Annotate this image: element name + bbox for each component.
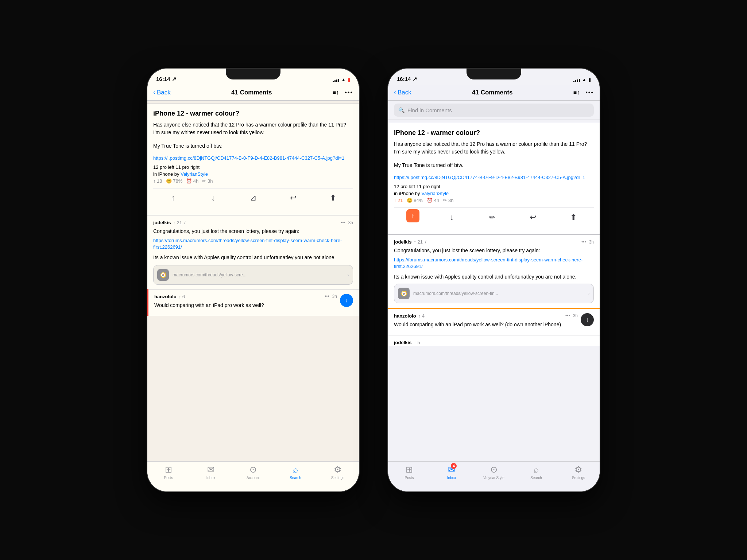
right-phone-screen: 16:14 ↗ ▲ ▮ bbox=[388, 69, 600, 491]
post-image-link[interactable]: https://i.postimg.cc/8DjNTGQj/CD41774-B-… bbox=[153, 155, 353, 162]
nav-bar-inner: ‹ Back 41 Comments ≡↑ ••• bbox=[153, 89, 353, 96]
comment-time: 3h bbox=[348, 220, 353, 225]
right-post-image-link[interactable]: https://i.postimg.cc/8DjNTGQj/CD41774-B-… bbox=[394, 174, 594, 181]
right-inbox-badge: 4 bbox=[451, 463, 457, 469]
right-status-time: 16:14 ↗ bbox=[397, 76, 417, 82]
right-chevron-left-icon: ‹ bbox=[394, 89, 396, 96]
right-tab-settings[interactable]: ⚙ Settings bbox=[557, 464, 600, 480]
right-scroll-down-button[interactable]: ↓ bbox=[581, 313, 594, 326]
right-comment-upvotes-2: ↑ 4 bbox=[418, 313, 425, 319]
right-comment-link[interactable]: https://forums.macrumors.com/threads/yel… bbox=[394, 257, 594, 270]
signal-bar-3 bbox=[336, 79, 337, 82]
downvote-button[interactable]: ↓ bbox=[205, 190, 221, 206]
scroll-down-button[interactable]: ↓ bbox=[340, 294, 353, 307]
right-link-preview-arrow: › bbox=[588, 291, 590, 296]
right-post-age: ⏰ 4h bbox=[427, 198, 439, 203]
back-button[interactable]: ‹ Back bbox=[153, 89, 171, 96]
right-post-title: iPhone 12 - warmer colour? bbox=[394, 129, 594, 137]
right-more-options-icon[interactable]: ••• bbox=[585, 89, 594, 96]
right-tab-posts[interactable]: ⊞ Posts bbox=[388, 464, 430, 480]
right-sort-icon[interactable]: ≡↑ bbox=[573, 89, 580, 96]
comment-meta-2: ••• 3h bbox=[325, 294, 337, 299]
right-link-preview-icon: 🧭 bbox=[398, 288, 410, 299]
right-tab-search[interactable]: ⌕ Search bbox=[515, 464, 557, 480]
right-status-icons: ▲ ▮ bbox=[573, 77, 591, 82]
tab-settings-label: Settings bbox=[331, 476, 344, 480]
sort-icon[interactable]: ≡↑ bbox=[333, 89, 339, 96]
post-age: ⏰ 4h bbox=[186, 178, 198, 184]
right-back-button[interactable]: ‹ Back bbox=[394, 89, 411, 96]
post-caption: 12 pro left 11 pro right bbox=[153, 164, 353, 170]
tab-account[interactable]: ⊙ Account bbox=[232, 464, 274, 480]
right-post-category: in iPhone by ValyrianStyle bbox=[394, 191, 594, 196]
right-battery-icon: ▮ bbox=[588, 77, 591, 82]
tab-inbox[interactable]: ✉ Inbox bbox=[190, 464, 232, 480]
right-post-tone-note: My True Tone is turned off btw. bbox=[394, 162, 594, 169]
right-post-action-bar: ↑ ↓ ✏ ↩ ⬆ bbox=[394, 207, 594, 228]
left-phone-screen: 16:14 ↗ ▲ ▮ bbox=[147, 69, 359, 491]
find-input-container[interactable]: 🔍 Find in Comments bbox=[394, 104, 594, 117]
status-time: 16:14 ↗ bbox=[156, 76, 177, 82]
right-tab-inbox-label: Inbox bbox=[447, 476, 456, 480]
right-phone: 16:14 ↗ ▲ ▮ bbox=[388, 69, 600, 491]
right-tab-settings-label: Settings bbox=[572, 476, 585, 480]
post-author[interactable]: ValyrianStyle bbox=[181, 171, 208, 177]
scene: 16:14 ↗ ▲ ▮ bbox=[0, 0, 747, 560]
right-tab-inbox[interactable]: ✉ 4 Inbox bbox=[430, 464, 473, 480]
right-comment-time-2: 3h bbox=[573, 313, 578, 318]
right-downvote-button[interactable]: ↓ bbox=[444, 209, 460, 225]
right-comment-upvotes: ↑ 21 bbox=[414, 239, 423, 245]
signal-bar-r2 bbox=[575, 80, 576, 82]
comment-body-2: Would comparing with an iPad pro work as… bbox=[154, 302, 337, 309]
signal-bar-r1 bbox=[573, 81, 574, 82]
right-comment-header: jodelkis ↑ 21 / ••• 3h bbox=[394, 239, 594, 245]
right-share-button[interactable]: ⬆ bbox=[565, 209, 581, 225]
right-tab-bar: ⊞ Posts ✉ 4 Inbox ⊙ ValyrianStyle bbox=[388, 461, 600, 491]
right-link-preview-text: macrumors.com/threads/yellow-screen-tin.… bbox=[413, 291, 584, 296]
upvote-button[interactable]: ↑ bbox=[165, 190, 181, 206]
bookmark-button[interactable]: ⊿ bbox=[245, 190, 261, 206]
comment-dots-2[interactable]: ••• bbox=[325, 294, 329, 299]
link-preview[interactable]: 🧭 macrumors.com/threads/yellow-scre... › bbox=[153, 265, 353, 285]
right-comment-body: Congratulations, you just lost the scree… bbox=[394, 247, 594, 254]
reply-button[interactable]: ↩ bbox=[285, 190, 301, 206]
right-edit-button[interactable]: ✏ bbox=[484, 209, 500, 225]
right-comment-content-2: hanzololo ↑ 4 ••• 3h Would comparing wit… bbox=[394, 313, 578, 331]
right-nav-actions: ≡↑ ••• bbox=[573, 89, 594, 96]
signal-bar-r4 bbox=[579, 79, 580, 82]
tab-posts-label: Posts bbox=[164, 476, 173, 480]
right-comment-header-2: hanzololo ↑ 4 ••• 3h bbox=[394, 313, 578, 319]
comment-body: Congratulations, you just lost the scree… bbox=[153, 228, 353, 235]
right-posts-icon: ⊞ bbox=[406, 464, 413, 475]
tab-inbox-label: Inbox bbox=[206, 476, 215, 480]
post-tone-note: My True Tone is turned off btw. bbox=[153, 142, 353, 150]
tab-settings[interactable]: ⚙ Settings bbox=[317, 464, 359, 480]
right-tab-valerianstyle[interactable]: ⊙ ValyrianStyle bbox=[473, 464, 515, 480]
share-button[interactable]: ⬆ bbox=[325, 190, 341, 206]
right-scrollable-content: iPhone 12 - warmer colour? Has anyone el… bbox=[388, 120, 600, 491]
right-comment-meta-2: ••• 3h bbox=[565, 313, 578, 318]
right-user-icon: ⊙ bbox=[490, 464, 498, 475]
right-comment-edit-icon: / bbox=[425, 239, 426, 245]
right-upvote-button-active[interactable]: ↑ bbox=[406, 209, 419, 222]
right-comment-body-2: Would comparing with an iPad pro work as… bbox=[394, 321, 578, 328]
comment-meta: ••• 3h bbox=[341, 220, 353, 225]
right-comment-username-3: jodelkis ↑ 5 bbox=[394, 340, 420, 345]
more-options-icon[interactable]: ••• bbox=[345, 89, 353, 96]
comment-dots[interactable]: ••• bbox=[341, 220, 345, 225]
right-post-author[interactable]: ValyrianStyle bbox=[421, 191, 449, 196]
right-reply-button[interactable]: ↩ bbox=[525, 209, 541, 225]
comment-hanzololo: hanzololo ↑ 6 ••• 3h Would comparing wit… bbox=[147, 289, 359, 316]
right-link-preview[interactable]: 🧭 macrumors.com/threads/yellow-screen-ti… bbox=[394, 284, 594, 303]
right-back-label: Back bbox=[398, 89, 411, 96]
nav-actions: ≡↑ ••• bbox=[333, 89, 353, 96]
right-comment-partial: jodelkis ↑ 5 bbox=[388, 335, 600, 346]
right-comment-dots-2[interactable]: ••• bbox=[565, 313, 570, 318]
tab-search[interactable]: ⌕ Search bbox=[274, 464, 317, 480]
comment-link[interactable]: https://forums.macrumors.com/threads/yel… bbox=[153, 237, 353, 250]
scrollable-content: iPhone 12 - warmer colour? Has anyone el… bbox=[147, 101, 359, 491]
tab-posts[interactable]: ⊞ Posts bbox=[147, 464, 190, 480]
wifi-icon: ▲ bbox=[341, 77, 346, 82]
right-comment-dots[interactable]: ••• bbox=[581, 240, 586, 245]
right-comment-jodelkis: jodelkis ↑ 21 / ••• 3h Congratulations, … bbox=[388, 234, 600, 307]
